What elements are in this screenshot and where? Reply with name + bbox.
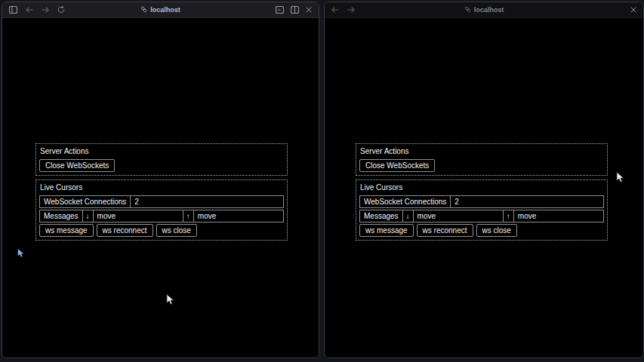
remote-cursor-shape — [18, 249, 24, 257]
titlebar-left: localhost — [2, 2, 319, 18]
remote-live-cursor-icon — [17, 248, 24, 258]
messages-row: Messages ↓ move ↑ move — [39, 210, 284, 222]
close-websockets-button[interactable]: Close WebSockets — [359, 159, 435, 172]
page-title: localhost — [150, 6, 180, 14]
demo-panel: Server Actions Close WebSockets Live Cur… — [356, 143, 608, 244]
browser-window-left: localhost Server Actions Close WebSocket… — [2, 2, 319, 358]
console-icon[interactable] — [276, 6, 284, 14]
close-icon[interactable] — [630, 7, 636, 13]
sidebar-icon[interactable] — [9, 6, 17, 14]
page-content-right: Server Actions Close WebSockets Live Cur… — [325, 18, 643, 358]
page-content-left: Server Actions Close WebSockets Live Cur… — [2, 18, 319, 358]
connections-row: WebSocket Connections 2 — [39, 195, 284, 208]
page-title: localhost — [474, 6, 504, 14]
messages-row: Messages ↓ move ↑ move — [359, 210, 604, 222]
server-actions-group: Server Actions Close WebSockets — [356, 143, 608, 176]
connections-label: WebSocket Connections — [40, 196, 131, 207]
back-icon[interactable] — [26, 7, 33, 13]
arrow-up-icon: ↑ — [183, 210, 194, 222]
ws-buttons: ws message ws reconnect ws close — [359, 224, 604, 237]
titlebar-right: localhost — [325, 2, 643, 18]
link-icon — [140, 6, 147, 14]
ws-close-button[interactable]: ws close — [156, 224, 197, 237]
server-actions-title: Server Actions — [360, 147, 603, 155]
close-icon[interactable] — [306, 7, 312, 13]
last-sent-value: move — [194, 210, 283, 222]
server-actions-group: Server Actions Close WebSockets — [35, 143, 288, 176]
window-controls — [630, 7, 636, 13]
address-title[interactable]: localhost — [140, 6, 180, 14]
pointer-cursor-shape — [167, 294, 174, 304]
nav-controls — [331, 7, 355, 13]
split-view-icon[interactable] — [291, 6, 299, 14]
reload-icon[interactable] — [57, 6, 65, 14]
last-received-value: move — [94, 210, 183, 222]
close-websockets-button[interactable]: Close WebSockets — [39, 159, 115, 172]
connections-row: WebSocket Connections 2 — [359, 195, 604, 208]
arrow-down-icon: ↓ — [403, 210, 414, 222]
live-cursors-group: Live Cursors WebSocket Connections 2 Mes… — [356, 179, 608, 241]
desktop: localhost Server Actions Close WebSocket… — [0, 0, 644, 362]
pointer-cursor-shape — [617, 172, 624, 182]
forward-icon[interactable] — [347, 7, 355, 13]
last-sent-value: move — [514, 210, 603, 222]
ws-buttons: ws message ws reconnect ws close — [39, 224, 284, 237]
pointer-cursor-left-icon — [166, 293, 174, 305]
pointer-cursor-right-icon — [616, 171, 624, 183]
live-cursors-title: Live Cursors — [40, 183, 283, 192]
window-controls — [276, 6, 312, 14]
server-actions-title: Server Actions — [40, 147, 283, 155]
back-icon[interactable] — [331, 7, 339, 13]
ws-close-button[interactable]: ws close — [476, 224, 517, 237]
address-title[interactable]: localhost — [464, 6, 504, 14]
ws-reconnect-button[interactable]: ws reconnect — [97, 224, 153, 237]
connections-value: 2 — [451, 196, 603, 207]
arrow-up-icon: ↑ — [504, 210, 514, 222]
messages-label: Messages — [40, 210, 83, 222]
ws-message-button[interactable]: ws message — [359, 224, 414, 237]
arrow-down-icon: ↓ — [83, 210, 94, 222]
link-icon — [464, 6, 471, 14]
last-received-value: move — [414, 210, 504, 222]
connections-value: 2 — [131, 196, 283, 207]
nav-controls — [9, 6, 65, 14]
live-cursors-title: Live Cursors — [360, 183, 603, 192]
messages-label: Messages — [360, 210, 403, 222]
ws-message-button[interactable]: ws message — [39, 224, 94, 237]
forward-icon[interactable] — [42, 7, 49, 13]
connections-label: WebSocket Connections — [360, 196, 451, 207]
ws-reconnect-button[interactable]: ws reconnect — [417, 224, 473, 237]
demo-panel: Server Actions Close WebSockets Live Cur… — [35, 143, 288, 244]
live-cursors-group: Live Cursors WebSocket Connections 2 Mes… — [35, 179, 288, 241]
browser-window-right: localhost Server Actions Close WebSocket… — [324, 2, 644, 358]
